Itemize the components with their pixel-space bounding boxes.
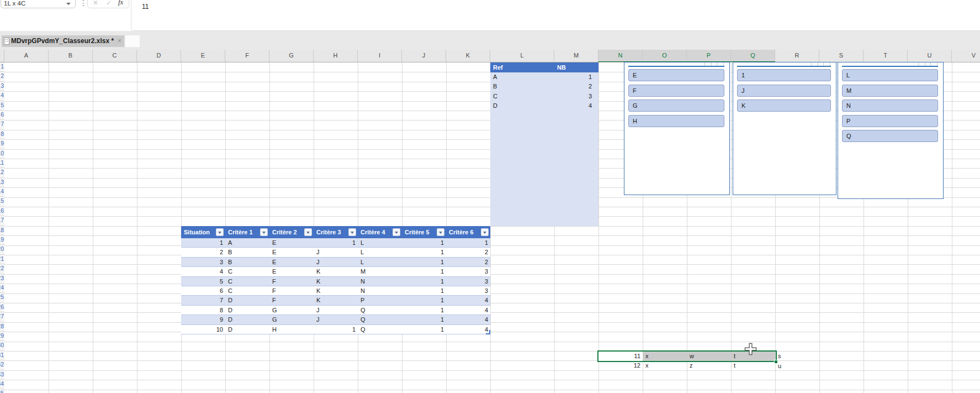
name-box[interactable]: 1L x 4C	[1, 0, 76, 8]
table-cell[interactable]: 1	[402, 277, 446, 286]
slicer-item[interactable]: G	[628, 99, 724, 112]
table-row[interactable]: 7 D F K P 1 4	[181, 296, 490, 305]
table-cell[interactable]: D	[225, 296, 269, 305]
chevron-down-icon[interactable]	[66, 3, 71, 5]
row-header[interactable]: 19	[0, 235, 4, 245]
table-cell[interactable]: K	[314, 296, 358, 305]
row-header[interactable]: 10	[0, 149, 4, 159]
slicer-item[interactable]: N	[842, 99, 938, 112]
column-header[interactable]: P	[687, 50, 731, 62]
table-resize-handle[interactable]	[486, 330, 490, 334]
table-header-cell[interactable]: Critère 2	[269, 226, 314, 238]
filter-dropdown-button[interactable]	[304, 228, 312, 236]
table-cell[interactable]: 1	[446, 238, 490, 247]
column-header[interactable]: M	[554, 50, 598, 62]
row-header[interactable]: 34	[0, 380, 4, 389]
table-cell[interactable]: K	[314, 286, 358, 295]
column-header[interactable]: A	[4, 50, 49, 62]
table-cell[interactable]: Q	[358, 315, 402, 324]
table-cell[interactable]: L	[358, 258, 402, 266]
ref-cell[interactable]: A	[490, 72, 554, 82]
row-header[interactable]: 5	[0, 101, 4, 111]
table-cell[interactable]: E	[269, 267, 314, 276]
row-header[interactable]: 18	[0, 226, 4, 235]
slicer-item[interactable]: E	[628, 69, 724, 81]
table-cell[interactable]: 3	[181, 258, 225, 266]
table-cell[interactable]: 4	[181, 267, 225, 276]
table-cell[interactable]: 3	[446, 277, 490, 286]
table-cell[interactable]: 1	[402, 258, 446, 266]
slicer-panel-2[interactable]: 1JK	[733, 62, 836, 195]
table-cell[interactable]: G	[269, 315, 314, 324]
table-cell[interactable]: C	[225, 286, 269, 295]
table-cell[interactable]: 1	[402, 315, 446, 324]
table-cell[interactable]: Q	[358, 306, 402, 315]
slicer-item[interactable]: L	[842, 69, 938, 81]
table-cell[interactable]: E	[269, 258, 314, 266]
row-header[interactable]: 9	[0, 139, 4, 149]
table-cell[interactable]: 1	[181, 238, 225, 247]
row-header[interactable]: 27	[0, 312, 4, 322]
table-cell[interactable]: B	[225, 248, 269, 256]
column-header[interactable]: Q	[731, 50, 775, 62]
table-cell[interactable]: Q	[358, 325, 402, 334]
row-header[interactable]: 31	[0, 351, 4, 360]
select-all-corner[interactable]	[0, 50, 4, 62]
row-header[interactable]: 22	[0, 264, 4, 274]
row-header[interactable]: 6	[0, 111, 4, 120]
ref-cell[interactable]: C	[490, 92, 554, 101]
table-cell[interactable]: C	[225, 277, 269, 286]
table-cell[interactable]: 1	[402, 238, 446, 247]
table-cell[interactable]: M	[358, 267, 402, 276]
row-header[interactable]: 8	[0, 130, 4, 139]
ref-cell[interactable]: B	[490, 82, 554, 91]
cell[interactable]: 12	[598, 361, 643, 370]
cell[interactable]: x	[643, 361, 687, 370]
ref-table-row[interactable]: D 4	[490, 101, 598, 111]
table-row[interactable]: 5 C F K N 1 3	[181, 277, 490, 286]
column-header[interactable]: H	[314, 50, 358, 62]
row-header[interactable]: 3	[0, 82, 4, 91]
table-cell[interactable]: J	[314, 306, 358, 315]
row-header[interactable]: 32	[0, 360, 4, 370]
slicer-item[interactable]: M	[842, 85, 938, 97]
row-header[interactable]: 13	[0, 178, 4, 187]
slicer-item[interactable]: P	[842, 115, 938, 127]
row-header[interactable]: 33	[0, 370, 4, 380]
ref-table-row[interactable]: C 3	[490, 92, 598, 101]
close-icon[interactable]: ×	[118, 37, 121, 45]
table-cell[interactable]: N	[358, 286, 402, 295]
table-cell[interactable]: G	[269, 306, 314, 315]
column-header[interactable]: B	[49, 50, 93, 62]
table-cell[interactable]: 1	[402, 286, 446, 295]
column-header[interactable]: L	[490, 50, 554, 62]
nb-cell[interactable]: 4	[554, 101, 598, 111]
table-header-cell[interactable]: Situation	[181, 226, 225, 238]
row-header[interactable]: 4	[0, 91, 4, 101]
table-row[interactable]: 9 D G J Q 1 4	[181, 315, 490, 324]
table-cell[interactable]: 2	[446, 258, 490, 266]
table-row[interactable]: 4 C E K M 1 3	[181, 267, 490, 276]
slicer-item[interactable]: K	[737, 99, 831, 112]
row-header[interactable]: 14	[0, 187, 4, 197]
table-cell[interactable]: J	[314, 315, 358, 324]
column-header[interactable]: G	[269, 50, 314, 62]
table-cell[interactable]: 1	[402, 267, 446, 276]
table-cell[interactable]: L	[358, 238, 402, 247]
table-cell[interactable]: H	[269, 325, 314, 334]
table-row[interactable]: 3 B E J L 1 2	[181, 258, 490, 267]
cell[interactable]: t	[731, 361, 775, 370]
table-cell[interactable]: 5	[181, 277, 225, 286]
table-cell[interactable]: K	[314, 267, 358, 276]
table-cell[interactable]: J	[314, 258, 358, 266]
table-cell[interactable]: 1	[402, 306, 446, 315]
slicer-item[interactable]: 1	[737, 69, 831, 81]
row-header[interactable]: 12	[0, 168, 4, 177]
table-cell[interactable]: F	[269, 286, 314, 295]
column-header[interactable]: O	[643, 50, 687, 62]
column-header[interactable]: E	[181, 50, 225, 62]
workbook-tab[interactable]: MDvrpGPvdmY_Classeur2.xlsx * ×	[2, 35, 124, 47]
new-tab-area[interactable]	[125, 35, 140, 47]
filter-dropdown-button[interactable]	[260, 228, 268, 236]
row-header[interactable]: 35	[0, 389, 4, 393]
